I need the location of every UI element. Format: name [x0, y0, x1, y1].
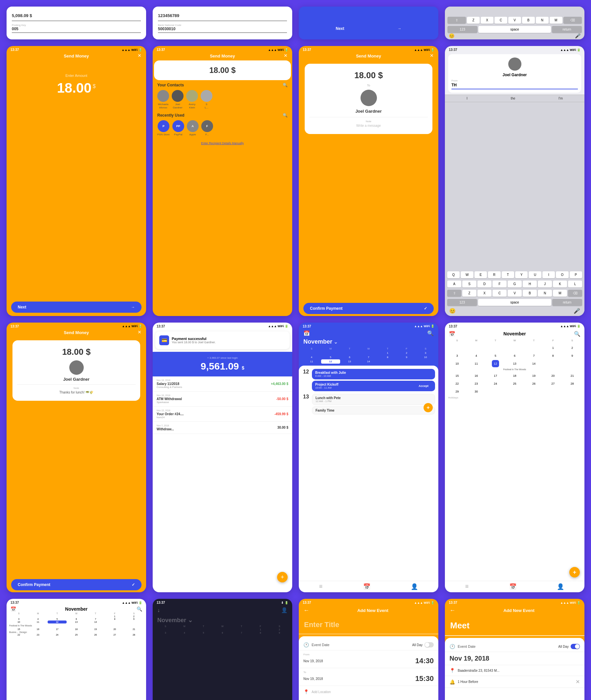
- close-button[interactable]: ✕: [430, 53, 434, 58]
- return-key2[interactable]: return: [552, 299, 582, 306]
- space-key2[interactable]: space: [478, 299, 551, 306]
- key-n2[interactable]: N: [538, 290, 552, 297]
- key-w[interactable]: W: [461, 271, 473, 278]
- next-button[interactable]: Next →: [329, 23, 408, 34]
- confirm-payment-button[interactable]: Confirm Payment ✓: [304, 303, 434, 314]
- shift-key[interactable]: ⇧: [447, 290, 461, 297]
- key-m[interactable]: M: [550, 17, 563, 24]
- back-button[interactable]: ←: [304, 607, 309, 614]
- recipient-name: Joel Gardner: [452, 73, 578, 77]
- status-icons: ▲▲▲ WiFi 🔋: [414, 48, 435, 52]
- calendar-icon3[interactable]: 📅: [509, 583, 517, 590]
- payment-confirmation-card: 18.00 $ Joel Gardner Note Thanks for lun…: [12, 340, 140, 401]
- key-x[interactable]: X: [481, 17, 494, 24]
- status-icons: ▲▲▲ WiFi 🔋: [268, 48, 288, 52]
- profile-nav-icon[interactable]: 👤: [411, 583, 418, 590]
- key-y[interactable]: Y: [515, 271, 528, 278]
- payment-icon: 💳: [159, 335, 169, 345]
- close-button[interactable]: ✕: [138, 330, 141, 335]
- key-q[interactable]: Q: [447, 271, 460, 278]
- contact-other[interactable]: SL...: [201, 90, 212, 109]
- posting-key-value: 005: [12, 26, 141, 31]
- key-j[interactable]: J: [538, 281, 552, 287]
- contacts-section-title: Your Contacts 🔍: [157, 83, 287, 88]
- key-k[interactable]: K: [553, 281, 567, 287]
- account-number: 123456789: [158, 13, 287, 18]
- recently-psn[interactable]: P PSN Store: [157, 120, 170, 136]
- key-a[interactable]: A: [447, 281, 461, 287]
- key-i[interactable]: I: [542, 271, 555, 278]
- key-u[interactable]: U: [529, 271, 541, 278]
- key-l[interactable]: L: [568, 281, 582, 287]
- key-s[interactable]: S: [462, 281, 476, 287]
- calendar-nav-icon[interactable]: 📅: [363, 583, 370, 590]
- down-arrow-icon[interactable]: ↓: [157, 607, 160, 613]
- all-day-toggle2[interactable]: [571, 644, 580, 649]
- search-icon[interactable]: 🔍: [427, 330, 434, 336]
- next-button[interactable]: Next →: [11, 301, 141, 313]
- search-button[interactable]: 🔍: [574, 331, 581, 337]
- key-z2[interactable]: Z: [462, 290, 476, 297]
- num-key[interactable]: 123: [448, 26, 477, 33]
- return-key[interactable]: return: [552, 26, 582, 33]
- reminder-close-button[interactable]: ✕: [576, 679, 580, 685]
- key-n[interactable]: N: [536, 17, 549, 24]
- add-transaction-button[interactable]: +: [277, 572, 287, 582]
- event-title-input[interactable]: Enter Title: [304, 621, 433, 629]
- bank-code-value: 50030010: [158, 26, 287, 31]
- key-m2[interactable]: M: [553, 290, 567, 297]
- key-v2[interactable]: V: [508, 290, 522, 297]
- key-p[interactable]: P: [570, 271, 582, 278]
- event-title-filled[interactable]: Meet: [450, 621, 579, 631]
- key-d[interactable]: D: [477, 281, 491, 287]
- key-g[interactable]: G: [508, 281, 522, 287]
- reminder-value: 1 Hour Before: [458, 680, 478, 684]
- add-event-fab[interactable]: +: [423, 403, 433, 412]
- recently-apple[interactable]: A Apple: [187, 120, 199, 136]
- balance-amount: 9,561.09 $: [157, 361, 287, 372]
- from-label: From: [304, 653, 434, 656]
- key-f[interactable]: F: [492, 281, 507, 287]
- num-key2[interactable]: 123: [447, 299, 477, 306]
- contact-joel[interactable]: JoelGardner: [172, 90, 184, 109]
- list-icon[interactable]: ≡: [465, 583, 469, 590]
- key-e[interactable]: E: [474, 271, 487, 278]
- key-v[interactable]: V: [508, 17, 521, 24]
- all-day-toggle[interactable]: [424, 642, 434, 647]
- search-icon2[interactable]: 🔍: [137, 606, 142, 611]
- accept-button[interactable]: Accept: [415, 383, 432, 389]
- recently-paypal[interactable]: PP PayPal: [172, 120, 184, 136]
- back-button2[interactable]: ←: [450, 607, 455, 614]
- space-key[interactable]: space: [478, 26, 551, 33]
- confirm-payment-button[interactable]: Confirm Payment ✓: [11, 579, 141, 590]
- profile-icon3[interactable]: 👤: [281, 607, 287, 613]
- key-t[interactable]: T: [502, 271, 514, 278]
- shift-key[interactable]: ⇧: [448, 17, 466, 24]
- recently-other[interactable]: F F...: [201, 120, 213, 136]
- event-festival: Festival In The Woods: [445, 367, 584, 372]
- list-nav-icon[interactable]: ≡: [319, 583, 323, 590]
- add-event-button[interactable]: +: [569, 567, 580, 578]
- key-o[interactable]: O: [556, 271, 568, 278]
- key-r[interactable]: R: [488, 271, 501, 278]
- from-field[interactable]: TH: [452, 83, 578, 90]
- key-b2[interactable]: B: [523, 290, 537, 297]
- key-c[interactable]: C: [495, 17, 507, 24]
- key-b[interactable]: B: [522, 17, 535, 24]
- chevron-down-icon[interactable]: ⌄: [334, 339, 338, 345]
- key-x2[interactable]: X: [477, 290, 491, 297]
- close-button[interactable]: ✕: [284, 53, 287, 58]
- key-z[interactable]: Z: [467, 17, 480, 24]
- add-location-text[interactable]: Add Location: [312, 690, 331, 694]
- contact-avery[interactable]: AveryKlein: [186, 90, 198, 109]
- enter-manually-link[interactable]: Enter Recipient Details Manually: [157, 139, 287, 145]
- backspace-key[interactable]: ⌫: [564, 17, 582, 24]
- status-time: 13:37: [10, 48, 19, 52]
- profile-icon[interactable]: 👤: [557, 583, 564, 590]
- backspace-key2[interactable]: ⌫: [568, 290, 582, 297]
- close-button[interactable]: ✕: [138, 53, 141, 58]
- key-h[interactable]: H: [523, 281, 537, 287]
- event-lunch: Lunch with Pete: [316, 396, 341, 400]
- contact-michaela[interactable]: MichaelaAfonso: [157, 90, 169, 109]
- key-c2[interactable]: C: [492, 290, 507, 297]
